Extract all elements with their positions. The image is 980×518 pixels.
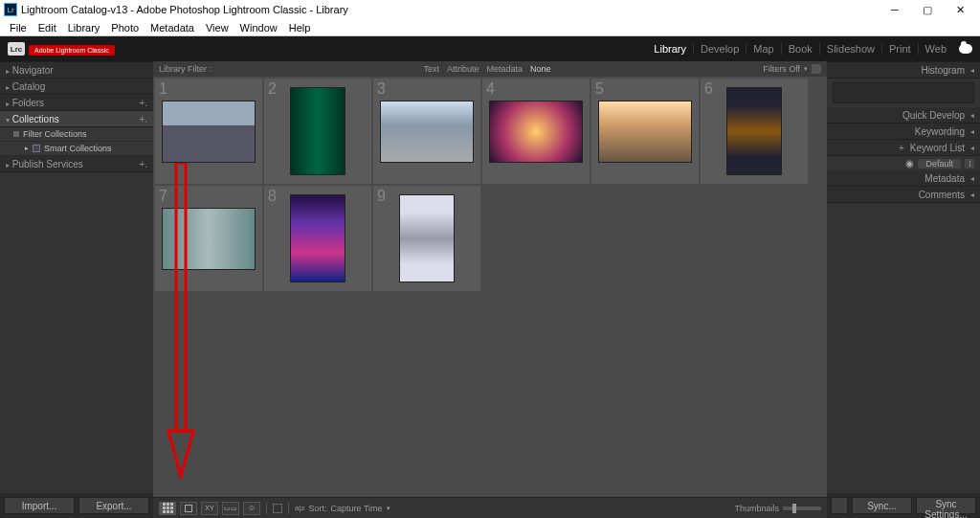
- cell-index: 5: [595, 80, 604, 98]
- thumbnail-cell[interactable]: 8: [264, 186, 371, 291]
- menu-help[interactable]: Help: [283, 22, 317, 34]
- cell-index: 4: [486, 80, 495, 98]
- loupe-view-button[interactable]: [180, 502, 197, 515]
- thumbnail-image[interactable]: [726, 87, 782, 175]
- module-develop[interactable]: Develop: [694, 43, 746, 55]
- menu-file[interactable]: File: [4, 22, 33, 34]
- menu-edit[interactable]: Edit: [33, 22, 62, 34]
- cell-index: 2: [268, 80, 277, 98]
- module-picker: LibraryDevelopMapBookSlideshowPrintWeb: [647, 43, 972, 55]
- menu-metadata[interactable]: Metadata: [145, 22, 200, 34]
- panel-item-filter-collections[interactable]: Filter Collections: [0, 127, 153, 142]
- thumbnail-image[interactable]: [162, 101, 256, 163]
- panel-comments[interactable]: Comments◂: [827, 187, 980, 203]
- thumbnail-cell[interactable]: 6: [701, 79, 808, 184]
- module-book[interactable]: Book: [782, 43, 820, 55]
- grid-view-button[interactable]: [159, 502, 176, 515]
- thumbnail-cell[interactable]: 2: [264, 79, 371, 184]
- painter-icon[interactable]: [273, 504, 282, 513]
- window-titlebar: Lr Lightroom Catalog-v13 - Adobe Photosh…: [0, 0, 980, 19]
- thumbnail-size-slider[interactable]: [783, 507, 821, 510]
- lock-icon[interactable]: [812, 64, 821, 74]
- thumbnail-image[interactable]: [399, 194, 455, 282]
- menu-photo[interactable]: Photo: [105, 22, 145, 34]
- thumbnail-image[interactable]: [598, 101, 692, 163]
- sync-settings-button[interactable]: Sync Settings...: [916, 497, 976, 514]
- people-view-button[interactable]: ☺: [243, 502, 260, 515]
- cell-index: 9: [377, 188, 386, 205]
- sync-toggle-button[interactable]: [831, 497, 848, 514]
- filter-option-metadata[interactable]: Metadata: [487, 64, 523, 74]
- chevron-down-icon[interactable]: ▾: [387, 505, 390, 512]
- library-filter-bar: Library Filter : TextAttributeMetadataNo…: [153, 61, 827, 77]
- menu-library[interactable]: Library: [62, 22, 106, 34]
- cell-index: 3: [377, 80, 386, 98]
- svg-marker-1: [168, 431, 193, 477]
- thumbnail-cell[interactable]: 9: [373, 186, 480, 291]
- export-button[interactable]: Export...: [78, 497, 149, 514]
- thumbnail-cell[interactable]: 4: [482, 79, 590, 184]
- thumbnail-image[interactable]: [380, 101, 474, 163]
- filters-off-label[interactable]: Filters Off: [763, 64, 800, 74]
- module-header: Lrc Adobe Lightroom Classic LibraryDevel…: [0, 36, 980, 61]
- thumbnail-image[interactable]: [290, 87, 345, 175]
- sort-label: Sort:: [309, 504, 327, 513]
- panel-catalog[interactable]: ▸ Catalog: [0, 79, 153, 95]
- panel-publish-services[interactable]: ▸ Publish Services+.: [0, 156, 153, 172]
- panel-navigator[interactable]: ▸ Navigator: [0, 62, 153, 79]
- filter-option-none[interactable]: None: [530, 64, 551, 74]
- thumbnail-image[interactable]: [489, 101, 583, 163]
- minimize-button[interactable]: ─: [879, 0, 911, 19]
- cell-index: 1: [159, 80, 167, 98]
- sync-button[interactable]: Sync...: [852, 497, 912, 514]
- panel-keyword-list[interactable]: +Keyword List◂: [827, 140, 980, 156]
- thumbnails-label: Thumbnails: [734, 504, 779, 513]
- center-area: Library Filter : TextAttributeMetadataNo…: [153, 61, 827, 518]
- panel-quick-develop[interactable]: Quick Develop◂: [827, 107, 980, 124]
- metadata-preset-row[interactable]: ◉Default⁞: [827, 156, 980, 170]
- thumbnail-cell[interactable]: 7: [155, 186, 262, 291]
- menu-window[interactable]: Window: [234, 22, 283, 34]
- eye-icon[interactable]: ◉: [905, 158, 914, 169]
- sort-value[interactable]: Capture Time: [331, 504, 383, 513]
- module-slideshow[interactable]: Slideshow: [820, 43, 882, 55]
- compare-view-button[interactable]: XY: [201, 502, 218, 515]
- sort-direction-icon[interactable]: a|z: [295, 504, 305, 512]
- module-web[interactable]: Web: [919, 43, 953, 55]
- close-button[interactable]: ✕: [944, 0, 976, 19]
- cell-index: 6: [704, 80, 713, 98]
- module-map[interactable]: Map: [746, 43, 781, 55]
- panel-item-smart-collections[interactable]: ▸ Smart Collections: [0, 142, 153, 156]
- panel-collections[interactable]: ▾ Collections+.: [0, 111, 153, 127]
- panel-folders[interactable]: ▸ Folders+.: [0, 95, 153, 111]
- thumbnail-cell[interactable]: 3: [373, 79, 480, 184]
- thumbnail-image[interactable]: [162, 208, 256, 270]
- maximize-button[interactable]: ▢: [911, 0, 944, 19]
- brand-tag: Adobe Lightroom Classic: [29, 45, 115, 56]
- left-panel: ▸ Navigator▸ Catalog▸ Folders+.▾ Collect…: [0, 61, 153, 518]
- import-button[interactable]: Import...: [4, 497, 75, 514]
- menu-view[interactable]: View: [200, 22, 234, 34]
- module-library[interactable]: Library: [647, 43, 694, 55]
- cloud-sync-icon[interactable]: [959, 44, 972, 54]
- filter-option-attribute[interactable]: Attribute: [447, 64, 479, 74]
- module-print[interactable]: Print: [882, 43, 919, 55]
- panel-metadata[interactable]: Metadata◂: [827, 170, 980, 187]
- thumbnail-grid[interactable]: 123456789: [153, 77, 827, 497]
- survey-view-button[interactable]: ▭▭: [222, 502, 239, 515]
- menu-bar: FileEditLibraryPhotoMetadataViewWindowHe…: [0, 19, 980, 36]
- cell-index: 8: [268, 188, 277, 205]
- panel-keywording[interactable]: Keywording◂: [827, 124, 980, 140]
- thumbnail-image[interactable]: [290, 194, 345, 282]
- chevron-down-icon[interactable]: ▾: [804, 65, 808, 73]
- thumbnail-cell[interactable]: 5: [591, 79, 699, 184]
- thumbnail-cell[interactable]: 1: [155, 79, 262, 184]
- right-panel: Histogram◂Quick Develop◂Keywording◂+Keyw…: [827, 61, 980, 518]
- grid-toolbar: XY ▭▭ ☺ a|z Sort: Capture Time ▾ Thumbna…: [153, 497, 827, 518]
- app-icon: Lr: [4, 3, 17, 16]
- filter-options: TextAttributeMetadataNone: [424, 64, 551, 74]
- panel-histogram[interactable]: Histogram◂: [827, 62, 980, 79]
- histogram-display: [833, 82, 974, 103]
- filter-option-text[interactable]: Text: [424, 64, 440, 74]
- workspace: ▸ Navigator▸ Catalog▸ Folders+.▾ Collect…: [0, 61, 980, 518]
